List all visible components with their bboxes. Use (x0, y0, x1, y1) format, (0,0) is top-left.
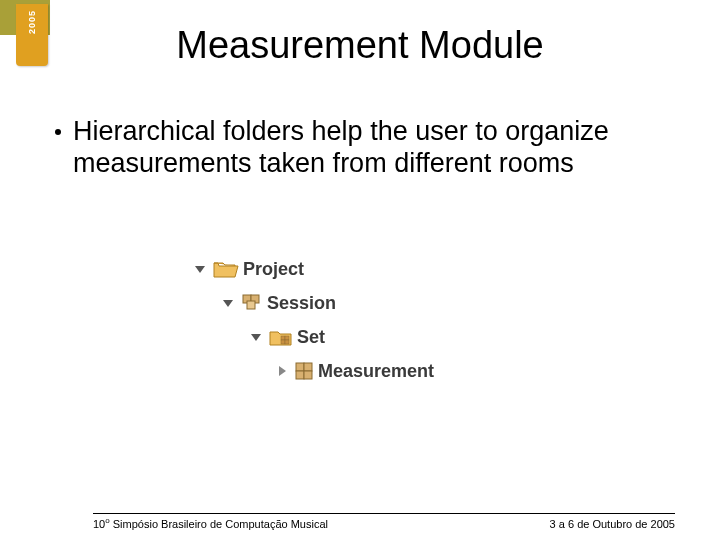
footer-left-text: 10o Simpósio Brasileiro de Computação Mu… (93, 516, 328, 530)
svg-rect-9 (296, 371, 304, 379)
svg-rect-4 (285, 336, 289, 340)
footer-right-text: 3 a 6 de Outubro de 2005 (550, 518, 675, 530)
bullet-item: Hierarchical folders help the user to or… (55, 115, 680, 180)
bullet-text: Hierarchical folders help the user to or… (73, 115, 680, 180)
bullet-dot-icon (55, 129, 61, 135)
svg-rect-7 (296, 363, 304, 371)
svg-rect-6 (285, 340, 289, 344)
folder-tree: Project Session Set (195, 252, 434, 388)
slide-body: Hierarchical folders help the user to or… (55, 115, 680, 180)
tree-label: Project (243, 259, 304, 280)
svg-rect-8 (304, 363, 312, 371)
grid-icon (294, 361, 314, 381)
disclosure-triangle-closed-icon (279, 366, 286, 376)
disclosure-triangle-open-icon (195, 266, 205, 273)
footer-divider (93, 513, 675, 514)
tree-label: Session (267, 293, 336, 314)
folder-open-icon (213, 259, 239, 279)
svg-rect-10 (304, 371, 312, 379)
footer-ordinal: 10 (93, 518, 105, 530)
tree-node-set: Set (251, 320, 434, 354)
tree-label: Set (297, 327, 325, 348)
tree-label: Measurement (318, 361, 434, 382)
svg-rect-2 (247, 301, 255, 309)
footer-event-name: Simpósio Brasileiro de Computação Musica… (110, 518, 328, 530)
svg-rect-5 (281, 340, 285, 344)
disclosure-triangle-open-icon (251, 334, 261, 341)
slide-title: Measurement Module (0, 24, 720, 67)
tree-node-measurement: Measurement (279, 354, 434, 388)
tree-node-project: Project (195, 252, 434, 286)
disclosure-triangle-open-icon (223, 300, 233, 307)
folder-grid-icon (269, 327, 293, 347)
stack-icon (241, 293, 263, 313)
tree-node-session: Session (223, 286, 434, 320)
svg-rect-3 (281, 336, 285, 340)
